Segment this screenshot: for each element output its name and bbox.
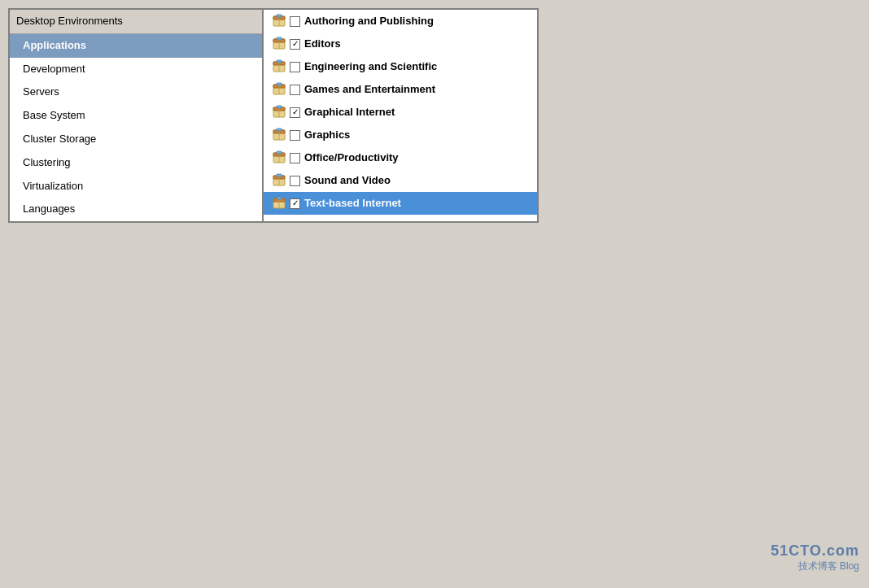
checkbox-sound-video[interactable] bbox=[290, 176, 300, 186]
right-item-authoring-publishing[interactable]: Authoring and Publishing bbox=[264, 10, 537, 33]
checkbox-engineering-scientific[interactable] bbox=[290, 62, 300, 72]
item-label-graphical-internet: Graphical Internet bbox=[304, 104, 395, 121]
left-panel: Desktop EnvironmentsApplicationsDevelopm… bbox=[8, 8, 262, 223]
package-icon-graphical-internet bbox=[270, 103, 288, 121]
sidebar-item-clustering[interactable]: Clustering bbox=[10, 151, 262, 175]
item-label-office-productivity: Office/Productivity bbox=[304, 150, 399, 167]
right-item-graphics[interactable]: Graphics bbox=[264, 124, 537, 146]
checkbox-authoring-publishing[interactable] bbox=[290, 16, 300, 27]
package-icon-graphics bbox=[270, 126, 288, 144]
sidebar-item-base-system[interactable]: Base System bbox=[10, 104, 262, 128]
checkbox-editors[interactable] bbox=[290, 39, 300, 50]
watermark-line2: 技术博客 Blog bbox=[771, 560, 859, 573]
svg-rect-23 bbox=[277, 128, 282, 131]
sidebar-item-virtualization[interactable]: Virtualization bbox=[10, 175, 262, 198]
package-icon-sound-video bbox=[270, 172, 288, 189]
item-label-games-entertainment: Games and Entertainment bbox=[304, 81, 435, 98]
right-item-graphical-internet[interactable]: Graphical Internet bbox=[264, 101, 537, 124]
checkbox-text-based-internet[interactable] bbox=[290, 198, 300, 209]
checkbox-games-entertainment[interactable] bbox=[290, 85, 300, 95]
item-label-authoring-publishing: Authoring and Publishing bbox=[304, 13, 434, 30]
package-icon-games-entertainment bbox=[270, 81, 288, 98]
item-label-sound-video: Sound and Video bbox=[304, 172, 391, 189]
main-container: Desktop EnvironmentsApplicationsDevelopm… bbox=[8, 8, 553, 223]
watermark: 51CTO.com 技术博客 Blog bbox=[771, 542, 859, 573]
svg-rect-31 bbox=[277, 174, 282, 176]
svg-rect-15 bbox=[277, 83, 282, 85]
sidebar-item-desktop-environments[interactable]: Desktop Environments bbox=[10, 10, 262, 34]
sidebar-item-applications[interactable]: Applications bbox=[10, 34, 262, 58]
right-item-office-productivity[interactable]: Office/Productivity bbox=[264, 146, 537, 169]
right-item-text-based-internet[interactable]: Text-based Internet bbox=[264, 192, 537, 215]
checkbox-graphics[interactable] bbox=[290, 130, 300, 141]
sidebar-item-development[interactable]: Development bbox=[10, 58, 262, 81]
checkbox-graphical-internet[interactable] bbox=[290, 107, 300, 118]
item-label-text-based-internet: Text-based Internet bbox=[304, 195, 401, 212]
watermark-line1: 51CTO.com bbox=[771, 542, 859, 560]
right-item-engineering-scientific[interactable]: Engineering and Scientific bbox=[264, 55, 537, 78]
right-item-games-entertainment[interactable]: Games and Entertainment bbox=[264, 78, 537, 101]
item-label-editors: Editors bbox=[304, 36, 341, 53]
item-label-engineering-scientific: Engineering and Scientific bbox=[304, 59, 437, 76]
svg-rect-3 bbox=[277, 15, 282, 17]
package-icon-office-productivity bbox=[270, 149, 288, 167]
right-item-editors[interactable]: Editors bbox=[264, 33, 537, 55]
sidebar-item-servers[interactable]: Servers bbox=[10, 81, 262, 104]
right-panel: Authoring and Publishing Editors Enginee… bbox=[262, 8, 539, 223]
sidebar-item-languages[interactable]: Languages bbox=[10, 198, 262, 221]
svg-rect-19 bbox=[277, 106, 282, 108]
sidebar-item-cluster-storage[interactable]: Cluster Storage bbox=[10, 128, 262, 151]
package-icon-text-based-internet bbox=[270, 194, 288, 212]
svg-rect-7 bbox=[277, 37, 282, 40]
package-icon-engineering-scientific bbox=[270, 58, 288, 76]
right-item-sound-video[interactable]: Sound and Video bbox=[264, 169, 537, 192]
svg-rect-35 bbox=[277, 197, 282, 199]
item-label-graphics: Graphics bbox=[304, 127, 350, 144]
package-icon-authoring-publishing bbox=[270, 12, 288, 30]
package-icon-editors bbox=[270, 35, 288, 53]
checkbox-office-productivity[interactable] bbox=[290, 153, 300, 163]
svg-rect-11 bbox=[277, 60, 282, 63]
svg-rect-27 bbox=[277, 151, 282, 154]
